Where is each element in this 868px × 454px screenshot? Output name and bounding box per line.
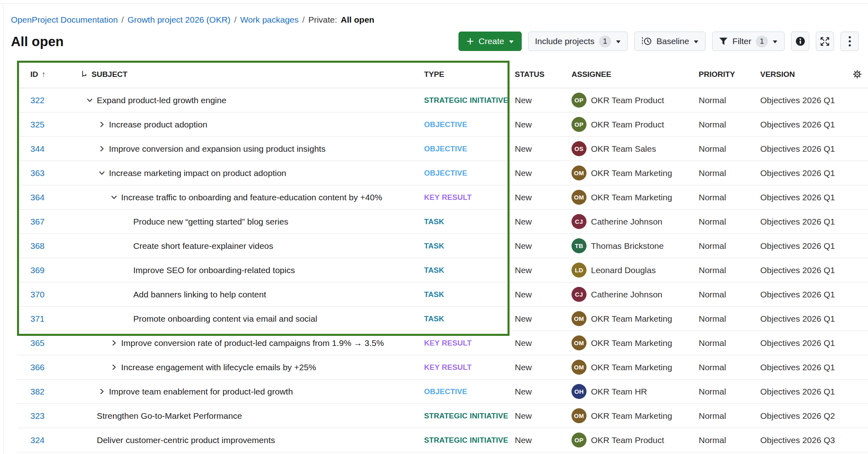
chevron-right-icon[interactable] — [111, 339, 121, 346]
work-package-priority[interactable]: Normal — [693, 338, 755, 348]
work-package-status[interactable]: New — [510, 290, 566, 299]
work-package-version[interactable]: Objectives 2026 Q1 — [755, 120, 845, 129]
work-package-version[interactable]: Objectives 2026 Q1 — [755, 387, 845, 397]
work-package-version[interactable]: Objectives 2026 Q1 — [755, 193, 845, 202]
work-package-status[interactable]: New — [510, 168, 566, 178]
more-options-button[interactable] — [840, 32, 859, 51]
work-package-priority[interactable]: Normal — [693, 363, 755, 372]
table-row[interactable]: 365 Improve conversion rate of product-l… — [17, 331, 868, 355]
work-package-id-link[interactable]: 365 — [30, 338, 45, 348]
breadcrumb-link-work-packages[interactable]: Work packages — [240, 15, 299, 25]
work-package-subject-cell[interactable]: Create short feature-explainer videos — [81, 241, 421, 251]
table-row[interactable]: 322 Expand product-led growth engine STR… — [17, 88, 868, 112]
work-package-priority[interactable]: Normal — [693, 168, 755, 178]
work-package-priority[interactable]: Normal — [693, 265, 755, 275]
column-header-id[interactable]: ID ↑ — [17, 70, 81, 79]
filter-button[interactable]: Filter 1 — [712, 32, 785, 51]
work-package-id-link[interactable]: 363 — [30, 168, 45, 178]
work-package-type[interactable]: OBJECTIVE — [421, 169, 510, 178]
work-package-type[interactable]: OBJECTIVE — [421, 120, 510, 129]
work-package-id-link[interactable]: 324 — [30, 435, 45, 445]
chevron-right-icon[interactable] — [98, 145, 109, 152]
work-package-version[interactable]: Objectives 2026 Q1 — [755, 290, 845, 299]
work-package-subject-cell[interactable]: Improve SEO for onboarding-related topic… — [81, 265, 421, 275]
work-package-subject-cell[interactable]: Improve conversion rate of product-led c… — [81, 338, 421, 348]
work-package-subject-cell[interactable]: Increase engagement with lifecycle email… — [81, 363, 421, 372]
column-header-version[interactable]: VERSION — [755, 70, 845, 79]
work-package-assignee[interactable]: OP OKR Team Product — [566, 93, 693, 108]
work-package-type[interactable]: TASK — [421, 217, 510, 226]
table-row[interactable]: 370 Add banners linking to help content … — [17, 282, 868, 307]
work-package-id-link[interactable]: 322 — [30, 95, 45, 105]
work-package-id-link[interactable]: 371 — [30, 314, 45, 323]
work-package-subject-cell[interactable]: Strengthen Go-to-Market Performance — [81, 411, 421, 421]
table-row[interactable]: 367 Produce new “getting started” blog s… — [17, 210, 868, 234]
column-header-assignee[interactable]: ASSIGNEE — [566, 70, 693, 79]
work-package-id-link[interactable]: 325 — [30, 120, 45, 129]
work-package-type[interactable]: KEY RESULT — [421, 339, 510, 348]
create-button[interactable]: Create — [459, 32, 522, 51]
work-package-type[interactable]: STRATEGIC INITIATIVE — [421, 436, 510, 445]
work-package-version[interactable]: Objectives 2026 Q1 — [755, 314, 845, 324]
work-package-subject-cell[interactable]: Improve conversion and expansion using p… — [81, 144, 421, 154]
work-package-assignee[interactable]: OM OKR Team Marketing — [566, 190, 693, 205]
work-package-assignee[interactable]: OM OKR Team Marketing — [566, 360, 693, 375]
work-package-assignee[interactable]: OM OKR Team Marketing — [566, 335, 693, 350]
breadcrumb-link-project-root[interactable]: OpenProject Documentation — [11, 15, 118, 25]
table-row[interactable]: 344 Improve conversion and expansion usi… — [17, 137, 868, 161]
work-package-assignee[interactable]: OP OKR Team Product — [566, 117, 693, 132]
table-row[interactable]: 382 Improve team enablement for product-… — [17, 380, 868, 404]
work-package-assignee[interactable]: OM OKR Team Marketing — [566, 165, 693, 180]
breadcrumb-link-project[interactable]: Growth project 2026 (OKR) — [128, 15, 230, 25]
work-package-priority[interactable]: Normal — [693, 217, 755, 227]
column-header-status[interactable]: STATUS — [510, 70, 566, 79]
work-package-version[interactable]: Objectives 2026 Q3 — [755, 435, 845, 445]
work-package-type[interactable]: STRATEGIC INITIATIVE — [421, 96, 510, 105]
work-package-id-link[interactable]: 369 — [30, 265, 45, 275]
work-package-version[interactable]: Objectives 2026 Q1 — [755, 363, 845, 372]
work-package-version[interactable]: Objectives 2026 Q1 — [755, 338, 845, 348]
work-package-assignee[interactable]: OP OKR Team Product — [566, 433, 693, 448]
work-package-status[interactable]: New — [510, 217, 566, 227]
work-package-status[interactable]: New — [510, 338, 566, 348]
table-row[interactable]: 364 Increase traffic to onboarding and f… — [17, 185, 868, 210]
work-package-id-link[interactable]: 366 — [30, 363, 45, 372]
table-row[interactable]: 368 Create short feature-explainer video… — [17, 234, 868, 258]
work-package-type[interactable]: KEY RESULT — [421, 193, 510, 202]
work-package-subject-cell[interactable]: Increase marketing impact on product ado… — [81, 168, 421, 178]
chevron-right-icon[interactable] — [98, 121, 109, 128]
work-package-id-link[interactable]: 382 — [30, 387, 45, 396]
work-package-status[interactable]: New — [510, 363, 566, 372]
work-package-version[interactable]: Objectives 2026 Q1 — [755, 265, 845, 275]
work-package-version[interactable]: Objectives 2026 Q1 — [755, 241, 845, 251]
table-row[interactable]: 323 Strengthen Go-to-Market Performance … — [17, 404, 868, 428]
work-package-priority[interactable]: Normal — [693, 435, 755, 445]
work-package-subject-cell[interactable]: Add banners linking to help content — [81, 290, 421, 299]
work-package-id-link[interactable]: 367 — [30, 217, 45, 226]
work-package-id-link[interactable]: 323 — [30, 411, 45, 420]
work-package-status[interactable]: New — [510, 120, 566, 129]
work-package-assignee[interactable]: LD Leonard Douglas — [566, 263, 693, 278]
work-package-subject-cell[interactable]: Improve team enablement for product-led … — [81, 387, 421, 397]
work-package-assignee[interactable]: OS OKR Team Sales — [566, 141, 693, 156]
table-row[interactable]: 325 Increase product adoption OBJECTIVE … — [17, 112, 868, 137]
table-row[interactable]: 324 Deliver customer-centric product imp… — [17, 428, 868, 452]
work-package-status[interactable]: New — [510, 241, 566, 251]
work-package-status[interactable]: New — [510, 411, 566, 421]
work-package-version[interactable]: Objectives 2026 Q2 — [755, 411, 845, 421]
work-package-type[interactable]: OBJECTIVE — [421, 387, 510, 396]
work-package-id-link[interactable]: 368 — [30, 241, 45, 250]
work-package-assignee[interactable]: OM OKR Team Marketing — [566, 311, 693, 326]
work-package-status[interactable]: New — [510, 387, 566, 397]
work-package-type[interactable]: TASK — [421, 266, 510, 275]
work-package-subject-cell[interactable]: Increase traffic to onboarding and featu… — [81, 193, 421, 202]
work-package-priority[interactable]: Normal — [693, 314, 755, 324]
work-package-type[interactable]: OBJECTIVE — [421, 144, 510, 153]
info-button[interactable] — [791, 32, 809, 51]
column-header-priority[interactable]: PRIORITY — [693, 70, 755, 79]
work-package-priority[interactable]: Normal — [693, 411, 755, 421]
work-package-status[interactable]: New — [510, 95, 566, 105]
work-package-assignee[interactable]: CJ Catherine Johnson — [566, 287, 693, 302]
work-package-version[interactable]: Objectives 2026 Q1 — [755, 95, 845, 105]
work-package-version[interactable]: Objectives 2026 Q1 — [755, 144, 845, 154]
